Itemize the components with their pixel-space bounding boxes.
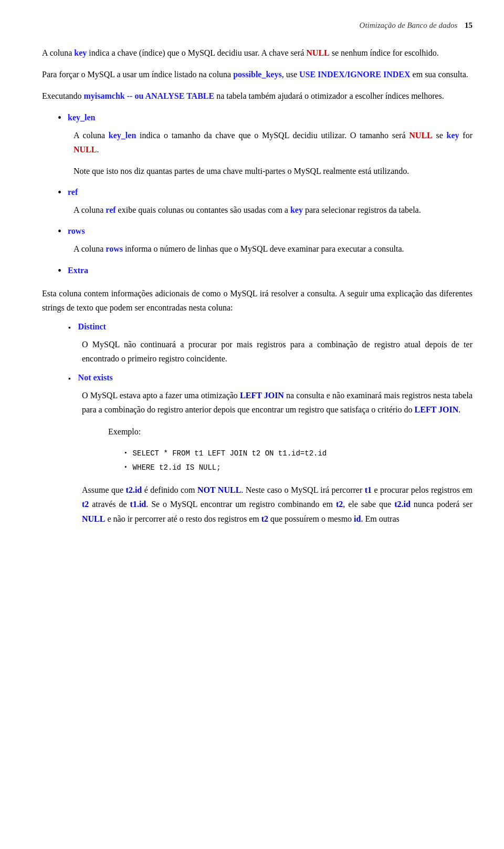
code-line-1: ▪ SELECT * FROM t1 LEFT JOIN t2 ON t1.id… xyxy=(124,447,472,460)
example-label: Exemplo: xyxy=(108,424,472,439)
bullet-square-distinct: ▪ xyxy=(68,324,71,332)
kw-t1-id: t1.id xyxy=(130,500,146,509)
kw-key: key xyxy=(74,48,87,57)
para-myisamchk: Executando myisamchk -- ou ANALYSE TABLE… xyxy=(42,89,472,103)
kw-key-ref: key xyxy=(290,205,303,214)
keylen-para1: A coluna key_len indica o tamanho da cha… xyxy=(74,128,472,157)
after-code-para: Assume que t2.id é definido com NOT NULL… xyxy=(82,483,472,526)
kw-left-join-1: LEFT JOIN xyxy=(240,391,284,400)
keylen-para2: Note que isto nos diz quantas partes de … xyxy=(74,164,472,178)
kw-t1: t1 xyxy=(365,485,372,494)
keylen-title: key_len xyxy=(68,113,95,122)
ref-body: A coluna ref exibe quais colunas ou cont… xyxy=(74,203,472,217)
bullet-dot-keylen: • xyxy=(58,112,61,124)
rows-para1: A coluna rows informa o número de linhas… xyxy=(74,242,472,256)
rows-title: rows xyxy=(68,226,85,236)
bullet-dot-extra: • xyxy=(58,265,61,277)
keylen-body: A coluna key_len indica o tamanho da cha… xyxy=(74,128,472,179)
code-bullet-1: ▪ xyxy=(124,448,128,459)
bullet-square-not-exists: ▪ xyxy=(68,375,71,383)
distinct-body: O MySQL não continuará a procurar por ma… xyxy=(82,337,472,366)
code-bullet-2: ▪ xyxy=(124,462,128,473)
para-key-intro: A coluna key indica a chave (índice) que… xyxy=(42,46,472,60)
kw-not-null: NOT NULL xyxy=(197,485,241,494)
kw-t2-id-1: t2.id xyxy=(126,485,142,494)
distinct-title: Distinct xyxy=(78,322,106,332)
para-force-index: Para forçar o MySQL a usar um índice lis… xyxy=(42,67,472,81)
subsection-not-exists: ▪ Not exists O MySQL estava apto a fazer… xyxy=(68,373,472,526)
kw-t2-1: t2 xyxy=(82,500,89,509)
page-header: Otimização de Banco de dados 15 xyxy=(42,21,472,30)
not-exists-body: O MySQL estava apto a fazer uma otimizaç… xyxy=(82,388,472,526)
distinct-para: O MySQL não continuará a procurar por ma… xyxy=(82,337,472,366)
kw-use-index: USE INDEX/IGNORE INDEX xyxy=(299,70,411,79)
kw-ref-inline: ref xyxy=(106,205,116,214)
kw-id-end: id xyxy=(354,514,361,523)
kw-null-1: NULL xyxy=(306,48,329,57)
section-keylen: • key_len A coluna key_len indica o tama… xyxy=(58,113,472,179)
not-exists-title: Not exists xyxy=(78,373,113,382)
section-rows: • rows A coluna rows informa o número de… xyxy=(58,226,472,256)
extra-intro: Esta coluna contem informações adicionai… xyxy=(42,286,472,315)
rows-bullet: • rows xyxy=(58,226,472,237)
section-extra: • Extra xyxy=(58,266,472,277)
kw-rows-inline: rows xyxy=(106,244,123,253)
kw-null-keylen: NULL xyxy=(409,131,432,140)
extra-title: Extra xyxy=(68,266,88,275)
ref-bullet: • ref xyxy=(58,188,472,199)
page-number: 15 xyxy=(465,21,472,29)
kw-t2-3: t2 xyxy=(261,514,268,523)
header-title: Otimização de Banco de dados xyxy=(360,21,458,29)
bullet-dot-rows: • xyxy=(58,225,61,237)
kw-possible-keys: possible_keys xyxy=(233,70,281,79)
rows-body: A coluna rows informa o número de linhas… xyxy=(74,242,472,256)
kw-keylen-inline: key_len xyxy=(109,131,136,140)
extra-bullet: • Extra xyxy=(58,266,472,277)
kw-t2-2: t2 xyxy=(336,500,343,509)
kw-left-join-2: LEFT JOIN xyxy=(415,405,459,414)
code-block: ▪ SELECT * FROM t1 LEFT JOIN t2 ON t1.id… xyxy=(124,447,472,474)
section-ref: • ref A coluna ref exibe quais colunas o… xyxy=(58,188,472,217)
kw-null-keylen2: NULL xyxy=(74,145,97,154)
code-text-1: SELECT * FROM t1 LEFT JOIN t2 ON t1.id=t… xyxy=(133,447,327,460)
kw-t2-id-2: t2.id xyxy=(394,500,411,509)
not-exists-bullet: ▪ Not exists xyxy=(68,373,472,383)
distinct-bullet: ▪ Distinct xyxy=(68,322,472,332)
ref-title: ref xyxy=(68,188,78,197)
subsection-distinct: ▪ Distinct O MySQL não continuará a proc… xyxy=(68,322,472,366)
page: Otimização de Banco de dados 15 A coluna… xyxy=(0,0,504,554)
keylen-bullet: • key_len xyxy=(58,113,472,124)
code-text-2: WHERE t2.id IS NULL; xyxy=(133,461,221,474)
not-exists-para: O MySQL estava apto a fazer uma otimizaç… xyxy=(82,388,472,417)
bullet-dot-ref: • xyxy=(58,187,61,199)
kw-key-keylen: key xyxy=(447,131,459,140)
code-line-2: ▪ WHERE t2.id IS NULL; xyxy=(124,461,472,474)
kw-myisamchk: myisamchk -- ou ANALYSE TABLE xyxy=(84,91,215,100)
kw-null-ne: NULL xyxy=(82,514,105,523)
ref-para1: A coluna ref exibe quais colunas ou cont… xyxy=(74,203,472,217)
